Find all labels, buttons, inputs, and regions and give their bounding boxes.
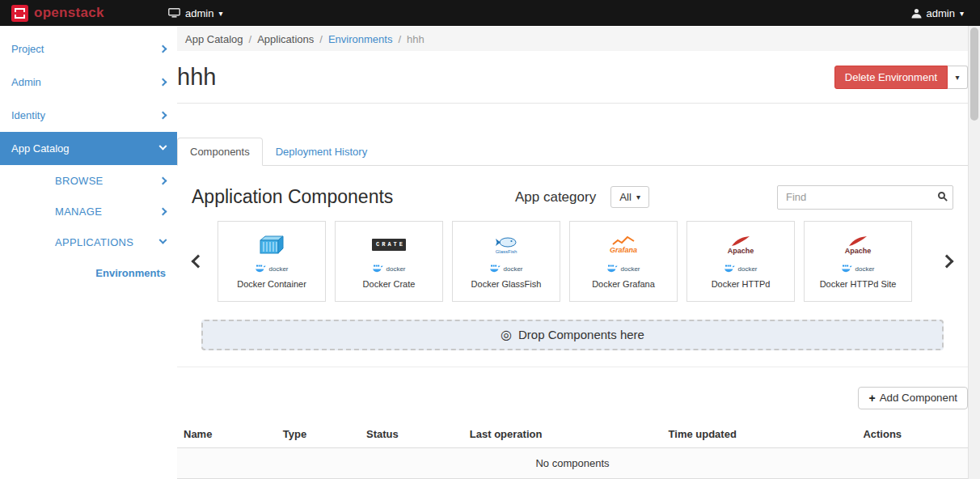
breadcrumb-environments-link[interactable]: Environments [328, 33, 392, 45]
docker-container-icon [218, 228, 325, 262]
breadcrumb: App Catalog / Applications / Environment… [177, 27, 968, 51]
delete-environment-dropdown-toggle[interactable]: ▾ [948, 66, 968, 89]
breadcrumb-separator: / [319, 33, 323, 45]
sidebar-item-label: APPLICATIONS [55, 236, 133, 248]
caret-down-icon: ▾ [955, 73, 959, 82]
components-carousel: docker Docker Container CRATE docker Doc… [192, 221, 953, 302]
caret-down-icon: ▾ [960, 9, 964, 18]
user-menu[interactable]: admin ▾ [906, 0, 969, 26]
component-card-docker-httpd-site[interactable]: Apache docker Docker HTTPd Site [804, 221, 912, 302]
component-card-docker-container[interactable]: docker Docker Container [218, 221, 326, 302]
panel-divider [177, 367, 968, 367]
add-component-label: Add Component [880, 392, 957, 404]
region-label: admin [185, 7, 213, 19]
docker-badge: docker [453, 264, 560, 274]
docker-badge-label: docker [620, 265, 640, 273]
chevron-right-icon [159, 78, 167, 87]
chevron-right-icon [940, 254, 954, 268]
add-component-button[interactable]: + Add Component [858, 387, 968, 409]
docker-badge: docker [687, 264, 794, 274]
page-title: hhh [177, 63, 216, 91]
component-card-label: Docker Crate [336, 279, 442, 289]
delete-environment-button[interactable]: Delete Environment [834, 66, 948, 89]
breadcrumb-separator: / [249, 33, 252, 45]
chevron-right-icon [159, 207, 167, 215]
docker-badge-label: docker [268, 265, 288, 273]
vertical-scrollbar-thumb[interactable] [970, 28, 978, 121]
column-header-name: Name [177, 421, 277, 448]
title-divider [177, 103, 968, 104]
top-navbar: openstack admin ▾ admin ▾ [0, 0, 980, 26]
apache-icon: Apache [805, 228, 911, 262]
sidebar-item-app-catalog[interactable]: App Catalog [0, 132, 177, 165]
column-header-last-operation: Last operation [463, 421, 662, 448]
docker-badge-label: docker [386, 265, 405, 273]
docker-whale-icon [372, 265, 383, 273]
docker-badge: docker [570, 264, 677, 274]
apache-logo-text: Apache [728, 248, 754, 255]
glassfish-logo-text: GlassFish [496, 249, 517, 254]
sidebar-item-label: Project [11, 43, 44, 55]
chevron-down-icon [159, 142, 167, 150]
sidebar-item-manage[interactable]: MANAGE [0, 196, 177, 227]
sidebar-item-project[interactable]: Project [0, 32, 177, 66]
crate-logo-text: CRATE [372, 239, 406, 251]
carousel-next-button[interactable] [940, 256, 953, 266]
component-card-docker-glassfish[interactable]: GlassFish docker Docker GlassFish [452, 221, 560, 302]
find-field-wrap [777, 185, 953, 210]
caret-down-icon: ▾ [636, 193, 640, 201]
drop-components-zone[interactable]: ◎ Drop Components here [201, 320, 944, 350]
search-icon[interactable] [938, 192, 945, 199]
breadcrumb-app-catalog: App Catalog [185, 33, 243, 45]
empty-table-message: No components [177, 447, 968, 478]
components-table: Name Type Status Last operation Time upd… [177, 421, 968, 479]
sidebar-item-browse[interactable]: BROWSE [0, 165, 177, 196]
sidebar-item-label: Admin [11, 76, 41, 88]
docker-whale-icon [841, 265, 852, 273]
openstack-brand[interactable]: openstack [11, 5, 163, 22]
docker-badge-label: docker [503, 265, 522, 273]
grafana-icon: Grafana [570, 228, 677, 262]
component-card-docker-crate[interactable]: CRATE docker Docker Crate [335, 221, 443, 302]
component-card-label: Docker Grafana [570, 279, 677, 289]
breadcrumb-applications: Applications [257, 33, 314, 45]
tab-components[interactable]: Components [177, 138, 263, 166]
sidebar-item-label: MANAGE [55, 206, 102, 218]
docker-badge-label: docker [737, 265, 757, 273]
tab-deployment-history[interactable]: Deployment History [263, 138, 380, 166]
table-empty-row: No components [177, 447, 968, 478]
crate-icon: CRATE [336, 228, 442, 262]
component-card-docker-grafana[interactable]: Grafana docker Docker Grafana [569, 221, 678, 302]
chevron-right-icon [159, 45, 167, 53]
page-header: hhh Delete Environment ▾ [177, 63, 968, 91]
tab-bar: Components Deployment History [177, 138, 968, 166]
table-actions-row: + Add Component [177, 387, 968, 409]
component-card-docker-httpd[interactable]: Apache docker Docker HTTPd [686, 221, 795, 302]
grafana-logo-text: Grafana [610, 247, 637, 254]
sidebar-item-identity[interactable]: Identity [0, 99, 177, 132]
region-switcher[interactable]: admin ▾ [163, 0, 227, 26]
plus-icon: + [868, 392, 875, 405]
sidebar-item-applications[interactable]: APPLICATIONS [0, 227, 177, 257]
docker-whale-icon [489, 265, 501, 273]
sidebar-item-admin[interactable]: Admin [0, 66, 177, 99]
carousel-prev-button[interactable] [192, 256, 205, 266]
brand-wordmark: openstack [34, 5, 104, 21]
component-cards: docker Docker Container CRATE docker Doc… [218, 221, 927, 302]
components-panel: Application Components App category All … [177, 185, 968, 367]
dropzone-label: Drop Components here [518, 328, 644, 341]
category-dropdown[interactable]: All ▾ [610, 186, 649, 208]
chevron-right-icon [159, 176, 167, 184]
app-category-label: App category [515, 189, 596, 206]
find-input[interactable] [777, 185, 953, 210]
docker-badge: docker [805, 264, 911, 274]
category-value: All [619, 191, 632, 203]
vertical-scrollbar-track[interactable] [968, 26, 980, 479]
sidebar-item-environments[interactable]: Environments [0, 257, 177, 288]
monitor-icon [168, 8, 180, 18]
component-card-label: Docker HTTPd [687, 279, 794, 289]
caret-down-icon: ▾ [218, 9, 222, 18]
breadcrumb-current: hhh [407, 33, 425, 45]
column-header-type: Type [277, 421, 360, 448]
components-toolbar: Application Components App category All … [192, 185, 953, 210]
